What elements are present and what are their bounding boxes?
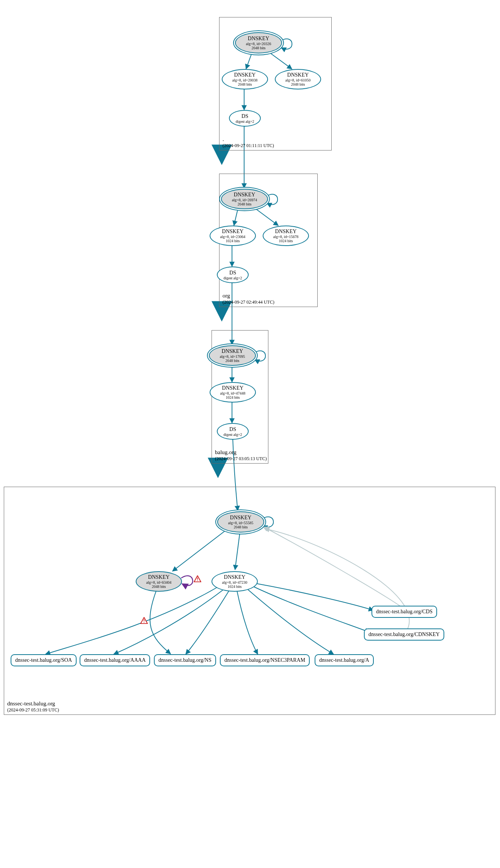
org-ksk-node: DNSKEY alg=8, id=26974 2048 bits (221, 189, 268, 209)
dt-k1-node: DNSKEY alg=8, id=63404 2048 bits (136, 571, 182, 592)
dt-ksk-node: DNSKEY alg=8, id=55585 2048 bits (217, 511, 264, 533)
zone-org-label: org (2024-09-27 02:49:44 UTC) (223, 292, 274, 305)
rr-aaaa: dnssec-test.balug.org/AAAA (80, 654, 150, 666)
root-zsk2-node: DNSKEY alg=8, id=61050 2048 bits (275, 69, 321, 89)
balug-ksk-node: DNSKEY alg=8, id=17095 2048 bits (209, 345, 256, 366)
root-zsk1-node: DNSKEY alg=8, id=20038 2048 bits (222, 69, 268, 89)
svg-rect-0 (197, 578, 198, 580)
org-ds-node: DS digest alg=2 (217, 266, 249, 283)
zone-dnssectest-label: dnssec-test.balug.org (2024-09-27 05:31:… (7, 700, 59, 713)
zone-balug-label: balug.org (2024-09-27 03:05:13 UTC) (215, 449, 267, 462)
rr-ns: dnssec-test.balug.org/NS (154, 654, 216, 666)
svg-rect-3 (144, 622, 144, 623)
balug-zsk-node: DNSKEY alg=8, id=47448 1024 bits (210, 382, 256, 403)
svg-rect-2 (144, 619, 144, 622)
balug-ds-node: DS digest alg=2 (217, 423, 249, 440)
rr-a: dnssec-test.balug.org/A (315, 654, 374, 666)
root-ds-node: DS digest alg=2 (229, 110, 261, 127)
rr-cds: dnssec-test.balug.org/CDS (371, 606, 437, 618)
rr-nsec3param: dnssec-test.balug.org/NSEC3PARAM (220, 654, 310, 666)
svg-rect-1 (197, 580, 198, 581)
org-zsk2-node: DNSKEY alg=8, id=15678 1024 bits (263, 226, 309, 246)
warning-icon (140, 617, 148, 624)
dt-k2-node: DNSKEY alg=8, id=47230 1024 bits (212, 571, 258, 592)
rr-soa: dnssec-test.balug.org/SOA (11, 654, 77, 666)
org-zsk1-node: DNSKEY alg=8, id=23064 1024 bits (210, 226, 256, 246)
root-ksk-node: DNSKEY alg=8, id=20326 2048 bits (235, 32, 282, 53)
warning-icon (194, 575, 201, 582)
rr-cdnskey: dnssec-test.balug.org/CDNSKEY (364, 628, 444, 641)
zone-root-label: . (2024-09-27 01:11:11 UTC) (223, 136, 274, 149)
